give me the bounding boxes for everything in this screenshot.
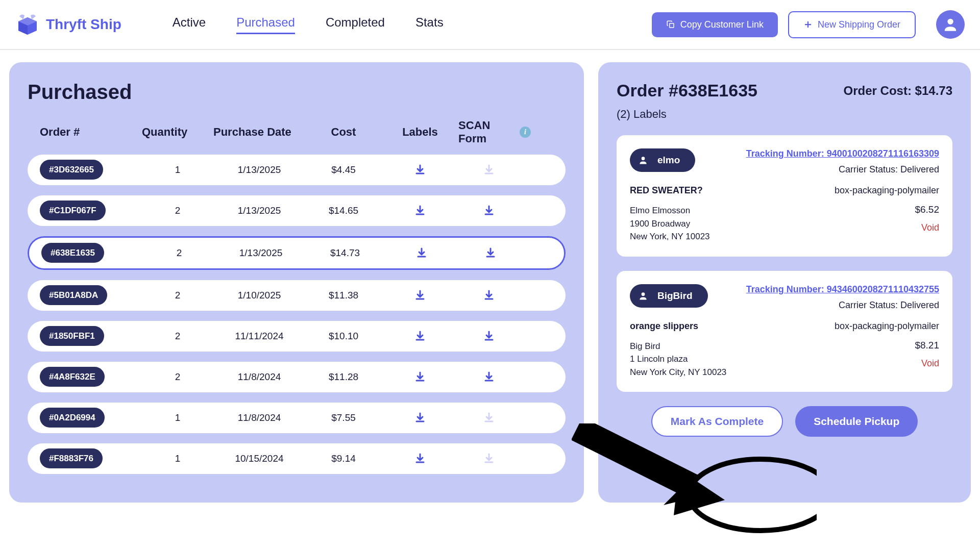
- table-row[interactable]: #F8883F76110/15/2024$9.14: [28, 443, 566, 474]
- cell-date: 1/10/2025: [213, 290, 305, 301]
- cell-date: 1/13/2025: [213, 164, 305, 176]
- logo[interactable]: Thryft Ship: [15, 12, 121, 37]
- download-scan-icon[interactable]: [458, 371, 520, 383]
- username: BigBird: [657, 290, 693, 302]
- cell-cost: $7.55: [305, 412, 382, 423]
- order-id-badge: #C1DF067F: [40, 201, 106, 220]
- table-header: Order # Quantity Purchase Date Cost Labe…: [28, 119, 566, 145]
- label-price: $6.52: [835, 204, 939, 215]
- download-label-icon[interactable]: [383, 247, 460, 259]
- nav-purchased[interactable]: Purchased: [236, 15, 295, 34]
- svg-point-1: [947, 19, 953, 24]
- copy-icon: [666, 20, 675, 29]
- order-detail-panel: Order #638E1635 Order Cost: $14.73 (2) L…: [598, 62, 971, 503]
- person-icon: [638, 155, 648, 165]
- col-quantity: Quantity: [142, 126, 213, 139]
- download-label-icon[interactable]: [382, 371, 458, 383]
- order-header: Order #638E1635 Order Cost: $14.73: [617, 81, 952, 101]
- label-card: elmoTracking Number: 9400100208271116163…: [617, 135, 952, 257]
- user-avatar[interactable]: [936, 10, 965, 39]
- order-id-badge: #3D632665: [40, 160, 103, 180]
- cell-cost: $11.38: [305, 290, 382, 301]
- tracking-link[interactable]: Tracking Number: 9434600208271110432755: [746, 284, 939, 295]
- svg-point-2: [642, 157, 645, 160]
- download-label-icon[interactable]: [382, 164, 458, 176]
- svg-rect-0: [670, 23, 674, 28]
- download-label-icon[interactable]: [382, 412, 458, 424]
- plus-icon: [803, 20, 813, 29]
- table-row[interactable]: #638E163521/13/2025$14.73: [28, 236, 566, 270]
- person-icon: [638, 291, 648, 301]
- address: Big Bird1 Lincoln plazaNew York City, NY…: [630, 340, 726, 379]
- download-scan-icon[interactable]: [460, 247, 521, 259]
- nav-active[interactable]: Active: [173, 15, 206, 34]
- user-pill[interactable]: elmo: [630, 148, 695, 172]
- table-row[interactable]: #3D63266511/13/2025$4.45: [28, 155, 566, 185]
- cell-qty: 2: [142, 371, 213, 383]
- mark-complete-button[interactable]: Mark As Complete: [651, 406, 783, 437]
- order-id-badge: #1850FBF1: [40, 326, 104, 346]
- address: Elmo Elmosson1900 BroadwayNew York, NY 1…: [630, 204, 710, 243]
- download-label-icon[interactable]: [382, 453, 458, 465]
- cell-date: 11/8/2024: [213, 371, 305, 383]
- download-scan-icon: [458, 412, 520, 424]
- order-id-badge: #4A8F632E: [40, 367, 105, 387]
- cell-date: 10/15/2024: [213, 453, 305, 464]
- schedule-pickup-button[interactable]: Schedule Pickup: [795, 406, 918, 437]
- col-cost: Cost: [305, 126, 382, 139]
- order-title: Order #638E1635: [617, 81, 757, 101]
- table-row[interactable]: #1850FBF1211/11/2024$10.10: [28, 321, 566, 352]
- cell-qty: 2: [142, 205, 213, 216]
- nav-completed[interactable]: Completed: [326, 15, 385, 34]
- carrier-status: Carrier Status: Delivered: [746, 300, 939, 311]
- person-icon: [942, 16, 959, 33]
- main-nav: ActivePurchasedCompletedStats: [173, 15, 444, 34]
- header-actions: Copy Customer Link New Shipping Order: [652, 10, 965, 39]
- download-scan-icon[interactable]: [458, 330, 520, 342]
- detail-actions: Mark As Complete Schedule Pickup: [617, 406, 952, 437]
- cell-qty: 2: [143, 247, 215, 259]
- svg-point-3: [642, 292, 645, 296]
- nav-stats[interactable]: Stats: [415, 15, 444, 34]
- cell-qty: 1: [142, 412, 213, 423]
- brand-name: Thryft Ship: [46, 16, 121, 33]
- table-row[interactable]: #4A8F632E211/8/2024$11.28: [28, 362, 566, 392]
- panel-title: Purchased: [28, 81, 566, 104]
- download-scan-icon: [458, 164, 520, 176]
- void-link[interactable]: Void: [835, 358, 939, 369]
- cell-date: 11/11/2024: [213, 331, 305, 342]
- package-type: box-packaging-polymailer: [835, 321, 939, 332]
- label-price: $8.21: [835, 340, 939, 351]
- label-card: BigBirdTracking Number: 9434600208271110…: [617, 271, 952, 392]
- download-scan-icon[interactable]: [458, 205, 520, 217]
- main-content: Purchased Order # Quantity Purchase Date…: [0, 50, 980, 515]
- cell-cost: $9.14: [305, 453, 382, 464]
- cell-qty: 1: [142, 453, 213, 464]
- download-label-icon[interactable]: [382, 289, 458, 302]
- new-shipping-order-button[interactable]: New Shipping Order: [788, 11, 916, 38]
- copy-customer-link-button[interactable]: Copy Customer Link: [652, 12, 778, 37]
- col-date: Purchase Date: [213, 126, 305, 139]
- user-pill[interactable]: BigBird: [630, 284, 708, 308]
- cell-cost: $14.65: [305, 205, 382, 216]
- table-row[interactable]: #0A2D6994111/8/2024$7.55: [28, 403, 566, 433]
- order-id-badge: #0A2D6994: [40, 408, 105, 428]
- download-label-icon[interactable]: [382, 205, 458, 217]
- info-icon[interactable]: i: [520, 127, 531, 138]
- cell-qty: 2: [142, 290, 213, 301]
- table-row[interactable]: #C1DF067F21/13/2025$14.65: [28, 195, 566, 226]
- package-type: box-packaging-polymailer: [835, 185, 939, 196]
- download-label-icon[interactable]: [382, 330, 458, 342]
- order-cost: Order Cost: $14.73: [844, 84, 952, 98]
- purchased-panel: Purchased Order # Quantity Purchase Date…: [9, 62, 584, 503]
- void-link[interactable]: Void: [835, 222, 939, 233]
- tracking-link[interactable]: Tracking Number: 9400100208271116163309: [746, 148, 939, 159]
- carrier-status: Carrier Status: Delivered: [746, 164, 939, 175]
- cell-cost: $10.10: [305, 331, 382, 342]
- table-row[interactable]: #5B01A8DA21/10/2025$11.38: [28, 280, 566, 311]
- cell-date: 1/13/2025: [213, 205, 305, 216]
- cell-date: 11/8/2024: [213, 412, 305, 423]
- download-scan-icon[interactable]: [458, 289, 520, 302]
- order-id-badge: #F8883F76: [40, 448, 103, 468]
- item-name: orange slippers: [630, 321, 726, 332]
